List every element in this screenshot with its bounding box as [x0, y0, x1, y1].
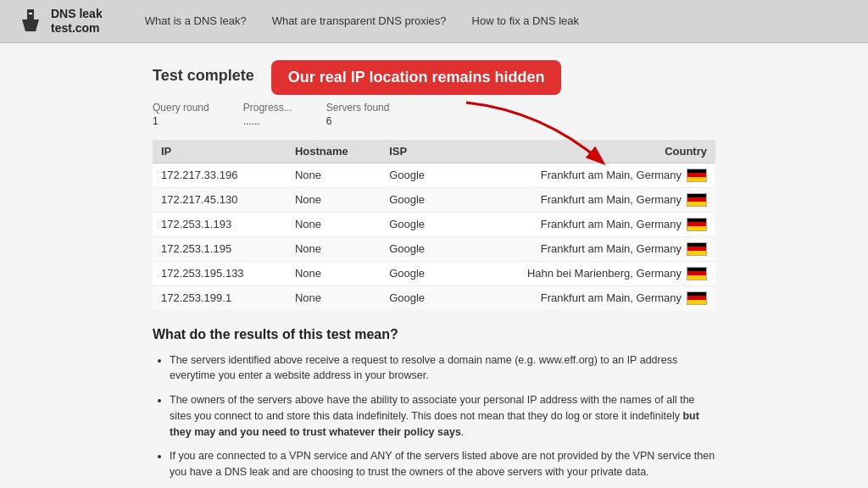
cell-ip: 172.217.33.196	[153, 163, 287, 187]
cell-country: Frankfurt am Main, Germany	[451, 212, 715, 236]
col-hostname: Hostname	[287, 140, 381, 164]
flag-icon	[687, 267, 707, 280]
bullet-3-text: If you are connected to a VPN service an…	[170, 450, 715, 478]
flag-icon	[687, 291, 707, 305]
cell-hostname: None	[287, 212, 381, 236]
list-item: The owners of the servers above have the…	[170, 392, 715, 440]
main-content: Test complete Our real IP location remai…	[0, 43, 868, 488]
cell-isp: Google	[381, 163, 451, 187]
cell-hostname: None	[287, 236, 381, 261]
country-text: Frankfurt am Main, Germany	[541, 291, 682, 304]
country-text: Hahn bei Marienberg, Germany	[527, 267, 682, 280]
country-text: Frankfurt am Main, Germany	[541, 242, 682, 255]
cell-isp: Google	[381, 286, 451, 310]
nav-transparent-proxies[interactable]: What are transparent DNS proxies?	[272, 14, 447, 27]
table-row: 172.253.199.1NoneGoogleFrankfurt am Main…	[153, 286, 715, 310]
dns-table: IP Hostname ISP Country 172.217.33.196No…	[153, 140, 715, 310]
flag-icon	[687, 193, 707, 207]
cell-country: Hahn bei Marienberg, Germany	[451, 261, 715, 286]
cell-ip: 172.253.1.195	[153, 236, 287, 261]
cell-isp: Google	[381, 236, 451, 261]
table-row: 172.253.1.195NoneGoogleFrankfurt am Main…	[153, 236, 715, 261]
list-item: If you are connected to a VPN service an…	[170, 448, 715, 480]
logo-icon	[17, 8, 44, 35]
arrow-icon	[458, 94, 610, 170]
cell-country: Frankfurt am Main, Germany	[451, 236, 715, 261]
svg-marker-1	[22, 19, 39, 31]
cell-ip: 172.253.195.133	[153, 261, 287, 286]
query-servers-value: 6	[326, 115, 332, 127]
nav-dns-leak[interactable]: What is a DNS leak?	[145, 14, 247, 27]
nav-fix-dns-leak[interactable]: How to fix a DNS leak	[472, 14, 579, 27]
cell-ip: 172.217.45.130	[153, 187, 287, 212]
query-servers-col: Servers found 6	[326, 102, 390, 127]
svg-rect-2	[29, 13, 32, 14]
cell-country: Frankfurt am Main, Germany	[451, 187, 715, 212]
cell-isp: Google	[381, 261, 451, 286]
col-ip: IP	[153, 140, 287, 164]
cell-hostname: None	[287, 187, 381, 212]
query-progress-col: Progress... ......	[243, 102, 292, 127]
bullet-1-text: The servers identified above receive a r…	[170, 354, 677, 382]
results-list: The servers identified above receive a r…	[153, 352, 715, 480]
query-round-value: 1	[153, 115, 159, 127]
cell-ip: 172.253.1.193	[153, 212, 287, 236]
cell-ip: 172.253.199.1	[153, 286, 287, 310]
country-text: Frankfurt am Main, Germany	[541, 169, 682, 181]
bold-phrase: but they may and you need to trust whate…	[170, 410, 699, 438]
query-round-label: Query round	[153, 102, 209, 114]
test-complete-label: Test complete	[153, 67, 254, 85]
query-info: Query round 1 Progress... ...... Servers…	[153, 102, 715, 127]
cell-isp: Google	[381, 187, 451, 212]
table-row: 172.217.33.196NoneGoogleFrankfurt am Mai…	[153, 163, 715, 187]
logo-text: DNS leak test.com	[51, 7, 103, 36]
logo[interactable]: DNS leak test.com	[17, 7, 103, 36]
col-isp: ISP	[381, 140, 451, 164]
table-row: 172.217.45.130NoneGoogleFrankfurt am Mai…	[153, 187, 715, 212]
results-title: What do the results of this test mean?	[153, 327, 715, 342]
flag-icon	[687, 218, 707, 231]
table-row: 172.253.1.193NoneGoogleFrankfurt am Main…	[153, 212, 715, 236]
country-text: Frankfurt am Main, Germany	[541, 218, 682, 230]
country-text: Frankfurt am Main, Germany	[541, 193, 682, 206]
cell-hostname: None	[287, 261, 381, 286]
flag-icon	[687, 242, 707, 256]
query-progress-value: ......	[243, 115, 260, 127]
query-round-col: Query round 1	[153, 102, 209, 127]
query-progress-label: Progress...	[243, 102, 292, 114]
cell-isp: Google	[381, 212, 451, 236]
query-servers-label: Servers found	[326, 102, 390, 114]
list-item: The servers identified above receive a r…	[170, 352, 715, 385]
cell-hostname: None	[287, 286, 381, 310]
table-header-row: IP Hostname ISP Country	[153, 140, 715, 164]
cell-country: Frankfurt am Main, Germany	[451, 286, 715, 310]
cell-hostname: None	[287, 163, 381, 187]
flag-icon	[687, 169, 707, 182]
ip-hidden-badge: Our real IP location remains hidden	[271, 60, 562, 95]
site-header: DNS leak test.com What is a DNS leak? Wh…	[0, 0, 868, 43]
table-row: 172.253.195.133NoneGoogleHahn bei Marien…	[153, 261, 715, 286]
